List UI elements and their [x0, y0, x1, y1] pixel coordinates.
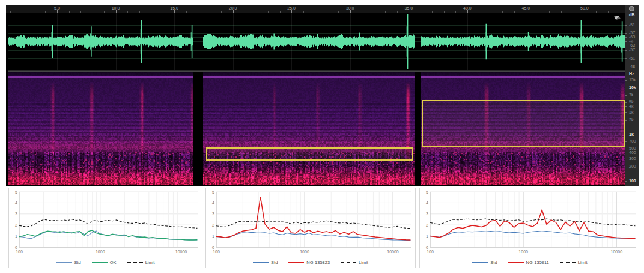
audio-editor-panel: 5.010.015.020.025.030.035.040.045.050.0 …	[6, 5, 638, 186]
scale-tick	[625, 41, 627, 42]
chart-card-ok: 012345100100010000 StdOKLimit	[8, 188, 202, 268]
scale-label: -51	[629, 56, 635, 61]
legend-label: OK	[110, 260, 117, 265]
legend-label: Std	[490, 260, 497, 265]
legend-label: Limit	[359, 260, 368, 265]
ruler-label: 45.0	[518, 5, 533, 11]
legend-line-sample	[508, 262, 524, 263]
scale-tick	[625, 141, 627, 142]
ruler-label: 50.0	[577, 5, 592, 11]
db-unit-label: dB	[629, 13, 634, 17]
svg-text:0: 0	[15, 245, 17, 250]
scale-tick	[625, 102, 627, 103]
scale-label: 2k	[629, 118, 633, 123]
legend-line-sample	[472, 262, 488, 263]
scale-tick	[625, 88, 627, 88]
hz-unit-label: Hz	[629, 72, 634, 76]
svg-text:10000: 10000	[175, 250, 187, 254]
legend-item-ng-135823: NG-135823	[288, 260, 330, 265]
scale-tick	[625, 95, 627, 96]
scale-label: 1k	[629, 132, 634, 137]
svg-text:100: 100	[213, 250, 220, 254]
scale-label: -48	[629, 64, 635, 69]
scale-tick	[625, 58, 627, 59]
scale-tick	[625, 112, 627, 113]
svg-text:10000: 10000	[611, 250, 623, 254]
time-ruler[interactable]: 5.010.015.020.025.030.035.040.045.050.0	[6, 5, 625, 13]
anomaly-region-1[interactable]	[206, 147, 413, 161]
legend-item-ok: OK	[92, 260, 117, 265]
svg-text:4: 4	[15, 201, 17, 205]
anomaly-region-2[interactable]	[422, 100, 625, 147]
legend-line-sample	[92, 262, 108, 263]
scale-label: 700	[629, 139, 636, 144]
svg-text:1: 1	[15, 234, 17, 238]
ruler-label: 5.0	[50, 5, 64, 11]
svg-text:10000: 10000	[387, 250, 399, 254]
scale-label: 3k	[629, 110, 633, 115]
chart-legend: StdNG-135823Limit	[206, 260, 415, 265]
scale-tick	[625, 50, 627, 51]
svg-text:1: 1	[426, 234, 428, 238]
svg-text:0: 0	[426, 245, 428, 250]
frequency-spectrum-chart: 012345100100010000	[420, 189, 640, 256]
legend-item-std: Std	[56, 260, 81, 265]
scale-tick	[625, 120, 627, 121]
svg-text:0: 0	[212, 245, 214, 250]
ruler-label: 30.0	[343, 5, 357, 11]
svg-text:1000: 1000	[96, 250, 105, 254]
scale-label: 15k	[629, 78, 636, 82]
svg-text:2: 2	[15, 223, 17, 227]
svg-text:1000: 1000	[518, 250, 528, 254]
ruler-label: 25.0	[284, 5, 299, 11]
legend-line-sample	[56, 262, 72, 263]
svg-text:5: 5	[212, 190, 214, 194]
scale-label: 400	[629, 150, 636, 155]
svg-text:3: 3	[212, 212, 214, 216]
scale-label: 300	[629, 156, 636, 161]
scale-label: 4k	[629, 104, 633, 109]
scale-tick	[625, 46, 627, 46]
scale-tick	[625, 67, 627, 67]
svg-text:2: 2	[426, 223, 428, 227]
svg-text:4: 4	[426, 201, 428, 205]
svg-text:3: 3	[15, 212, 17, 216]
scale-label: 200	[629, 164, 636, 169]
legend-item-ng-135911: NG-135911	[508, 260, 549, 265]
legend-label: Limit	[578, 260, 588, 265]
svg-text:1: 1	[212, 234, 214, 238]
chart-plot: 012345100100010000	[206, 189, 415, 256]
chart-legend: StdNG-135911Limit	[420, 260, 640, 265]
scale-tick	[625, 153, 627, 153]
scale-tick	[625, 167, 627, 167]
scale-label: 10k	[629, 85, 636, 90]
legend-item-std: Std	[472, 260, 497, 265]
scale-bar[interactable]: dB Hz -51-57-63-∞-63-57-51-4815k10k7k5k4…	[625, 5, 639, 186]
scale-tick	[625, 181, 627, 182]
svg-text:5: 5	[426, 190, 428, 194]
scale-label: 100	[629, 179, 636, 183]
frequency-spectrum-chart: 012345100100010000	[9, 189, 202, 256]
legend-item-std: Std	[253, 260, 278, 265]
legend-label: Std	[271, 260, 278, 265]
legend-item-limit: Limit	[127, 260, 155, 265]
waveform-display[interactable]	[8, 13, 625, 70]
legend-label: NG-135823	[306, 260, 330, 265]
scale-label: -51	[629, 23, 635, 28]
scale-tick	[625, 159, 627, 159]
legend-line-sample	[253, 262, 269, 263]
scale-tick	[625, 37, 627, 38]
legend-line-sample	[127, 262, 143, 263]
svg-text:2: 2	[212, 223, 214, 227]
ruler-label: 10.0	[109, 5, 123, 11]
ruler-label: 15.0	[167, 5, 181, 11]
scale-tick	[625, 25, 627, 26]
scale-tick	[625, 33, 627, 34]
svg-text:1000: 1000	[300, 250, 309, 254]
lock-icon[interactable]	[629, 6, 634, 11]
scale-tick	[625, 106, 627, 107]
audio-analysis-workspace: 5.010.015.020.025.030.035.040.045.050.0 …	[0, 0, 644, 273]
chart-legend: StdOKLimit	[9, 260, 202, 265]
scale-tick	[625, 135, 627, 135]
legend-item-limit: Limit	[560, 260, 588, 265]
